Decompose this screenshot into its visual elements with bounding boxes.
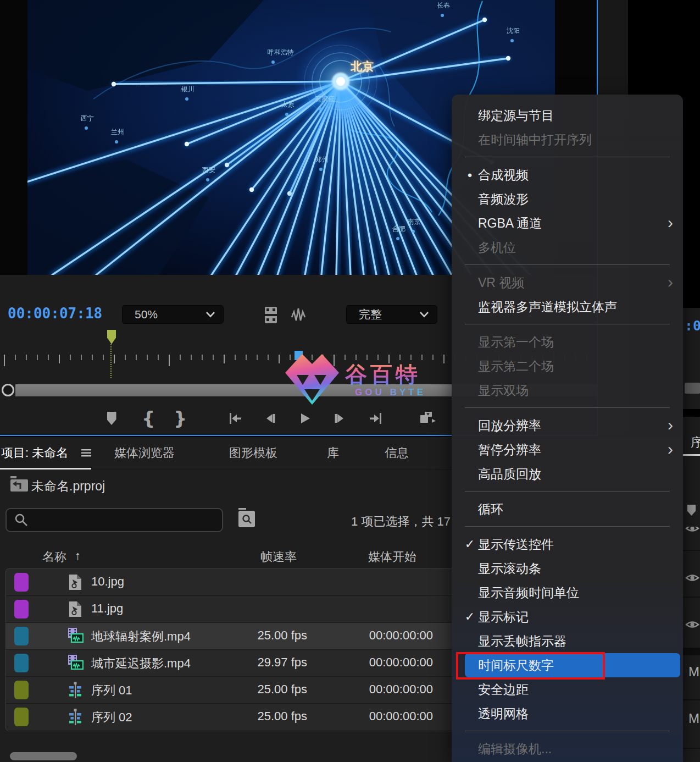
menu-separator (452, 319, 683, 330)
menu-item[interactable]: 显示第二个场 (452, 354, 683, 378)
menu-item-label: VR 视频 (478, 275, 524, 290)
column-name[interactable]: 名称 (42, 549, 66, 565)
mute-button[interactable]: M (688, 664, 699, 680)
menu-item[interactable]: 高品质回放 (452, 462, 683, 486)
drag-audio-icon[interactable] (290, 306, 310, 324)
menu-item-label: 显示传送控件 (478, 537, 554, 551)
mute-button[interactable]: M (688, 711, 699, 726)
track-eye-partial[interactable] (685, 527, 699, 534)
go-to-in-button[interactable] (224, 407, 246, 429)
menu-item[interactable]: 音频波形 (452, 187, 683, 211)
go-to-out-icon (369, 411, 383, 426)
menu-item[interactable]: 循环 (452, 497, 683, 521)
menu-item[interactable]: ●合成视频 (452, 163, 683, 187)
menu-item[interactable]: 显示双场 (452, 378, 683, 402)
av-icon (68, 628, 84, 644)
menu-item[interactable]: ✓显示传送控件 (452, 532, 683, 556)
column-media-start[interactable]: 媒体开始 (368, 549, 416, 565)
menu-item[interactable]: 在时间轴中打开序列 (452, 128, 683, 152)
label-color-swatch[interactable] (14, 627, 29, 645)
monitor-scrollbar-knob[interactable] (2, 384, 14, 396)
sequence-icon (68, 682, 84, 698)
tab-project[interactable]: 项目: 未命名 (1, 445, 68, 461)
timeline-scrollbar-fragment[interactable] (685, 383, 700, 394)
step-forward-button[interactable] (329, 407, 351, 429)
playback-quality-dropdown[interactable]: 完整 (346, 305, 437, 324)
label-color-swatch[interactable] (14, 708, 29, 726)
panel-menu-icon[interactable] (81, 449, 91, 457)
menu-item[interactable]: 暂停分辨率› (452, 438, 683, 462)
playback-quality-value: 完整 (359, 307, 382, 322)
submenu-arrow-icon: › (668, 211, 673, 235)
tab-libraries[interactable]: 库 (327, 445, 339, 461)
item-media-start: 00:00:00:00 (340, 709, 433, 724)
tab-info[interactable]: 信息 (385, 445, 409, 461)
eye-icon[interactable] (685, 619, 699, 631)
menu-item-label: 显示音频时间单位 (478, 586, 579, 600)
item-name[interactable]: 城市延迟摄影.mp4 (91, 655, 191, 672)
search-icon (14, 513, 29, 527)
item-fps: 29.97 fps (225, 655, 307, 670)
menu-item[interactable]: 透明网格 (452, 702, 683, 726)
zoom-level-dropdown[interactable]: 50% (122, 305, 224, 324)
item-name[interactable]: 序列 02 (91, 709, 132, 726)
still-image-icon (68, 601, 82, 617)
label-color-swatch[interactable] (14, 573, 29, 592)
menu-item[interactable]: 多机位 (452, 235, 683, 259)
menu-item-label: 显示第二个场 (478, 359, 554, 373)
map-city-label: 沈阳 (507, 27, 520, 35)
mark-out-button[interactable]: } (169, 407, 191, 429)
drag-video-icon[interactable] (264, 306, 277, 324)
menu-item[interactable]: 安全边距 (452, 677, 683, 702)
menu-item[interactable]: 绑定源与节目 (452, 103, 683, 128)
av-clip-icon (68, 628, 84, 645)
menu-item[interactable]: 显示第一个场 (452, 330, 683, 354)
item-name[interactable]: 序列 01 (91, 682, 132, 699)
item-name[interactable]: 10.jpg (91, 575, 124, 589)
play-button[interactable] (294, 407, 316, 429)
playhead-marker[interactable] (107, 330, 116, 344)
add-marker-button[interactable] (101, 407, 123, 429)
go-to-out-button[interactable] (365, 407, 387, 429)
image-icon (68, 574, 84, 590)
menu-item[interactable]: RGBA 通道› (452, 211, 683, 235)
menu-item[interactable]: 显示音频时间单位 (452, 581, 683, 605)
breadcrumb[interactable]: 未命名.prproj (31, 478, 105, 495)
export-frame-button[interactable] (417, 407, 439, 429)
menu-item[interactable]: 监视器多声道模拟立体声 (452, 295, 683, 319)
menu-item[interactable]: VR 视频› (452, 270, 683, 295)
playhead-timecode[interactable]: 00:00:07:18 (8, 305, 102, 322)
tab-media-browser[interactable]: 媒体浏览器 (114, 445, 175, 461)
menu-item-label: 显示丢帧指示器 (478, 634, 566, 648)
eye-icon[interactable] (685, 572, 699, 584)
active-tab-underline (0, 468, 91, 470)
sequence-icon (68, 709, 84, 725)
menu-item-label: 音频波形 (478, 192, 529, 206)
map-city-label: 西宁 (81, 114, 94, 122)
timeline-tab-fragment[interactable]: 序 (691, 434, 700, 451)
menu-item[interactable]: ✓显示标记 (452, 605, 683, 629)
annotation-highlight-box (456, 652, 605, 680)
item-name[interactable]: 11.jpg (91, 601, 123, 616)
menu-item[interactable]: 显示滚动条 (452, 556, 683, 581)
menu-item[interactable]: 编辑摄像机... (452, 737, 683, 761)
step-back-button[interactable] (259, 407, 281, 429)
label-color-swatch[interactable] (14, 654, 29, 672)
label-color-swatch[interactable] (14, 600, 29, 619)
column-fps[interactable]: 帧速率 (260, 549, 297, 565)
item-name[interactable]: 地球辐射案例.mp4 (91, 628, 191, 645)
menu-item[interactable]: 显示丢帧指示器 (452, 629, 683, 653)
label-color-swatch[interactable] (14, 681, 29, 699)
tab-graphics-templates[interactable]: 图形模板 (229, 445, 277, 461)
project-root-folder-icon[interactable] (10, 476, 29, 492)
mark-in-button[interactable]: { (137, 407, 159, 429)
search-box[interactable] (5, 508, 223, 532)
search-input[interactable] (34, 513, 218, 527)
sequence-icon (68, 682, 82, 699)
menu-item[interactable]: 回放分辨率› (452, 413, 683, 438)
menu-item-label: 在时间轴中打开序列 (478, 132, 592, 147)
submenu-arrow-icon: › (668, 270, 673, 294)
horizontal-scrollbar-handle[interactable] (10, 752, 77, 760)
app-window: 长春沈阳呼和浩特银川太原石家庄西宁兰州郑州西安南京合肥 北京 00:00:07:… (0, 0, 700, 762)
av-icon (68, 655, 84, 671)
